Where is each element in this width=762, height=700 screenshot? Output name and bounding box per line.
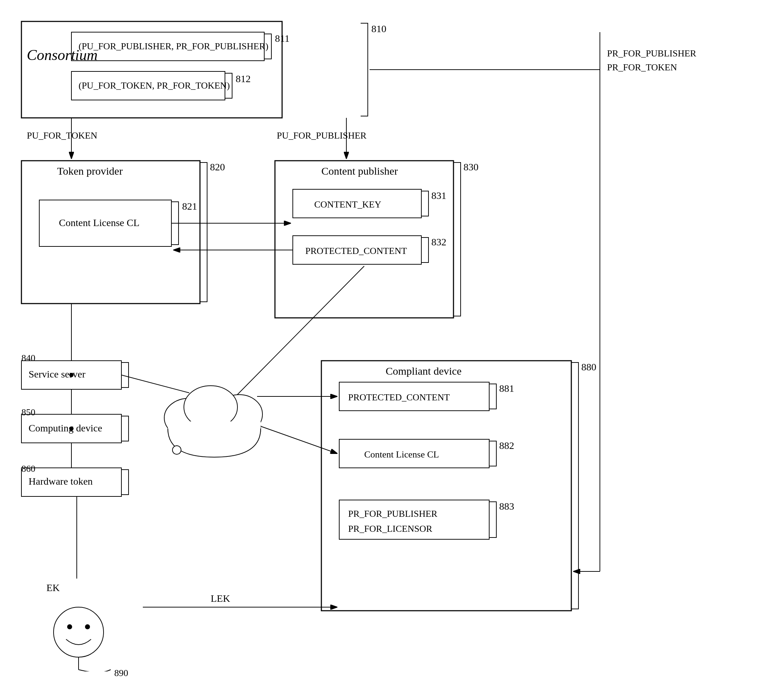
ref-830: 830 (464, 161, 478, 173)
protected-content-cp-label: PROTECTED_CONTENT (305, 246, 407, 256)
ref-881: 881 (499, 383, 514, 394)
ref-812: 812 (236, 73, 251, 84)
svg-point-43 (85, 624, 90, 629)
ref-811: 811 (275, 33, 290, 44)
protected-content-cd-label: PROTECTED_CONTENT (348, 392, 450, 403)
svg-point-41 (53, 607, 103, 657)
ref-832: 832 (431, 236, 447, 248)
inner-812-label: (PU_FOR_TOKEN, PR_FOR_TOKEN) (78, 80, 230, 91)
ek-label: EK (47, 582, 59, 594)
ref-890: 890 (114, 668, 128, 678)
ref-850: 850 (22, 407, 35, 418)
ref-883: 883 (499, 501, 514, 512)
content-license-tp-label: Content License CL (59, 217, 140, 228)
svg-point-42 (67, 624, 72, 629)
token-provider-label: Token provider (57, 165, 123, 177)
ref-840: 840 (22, 353, 35, 364)
ref-810: 810 (372, 23, 386, 34)
lek-label: LEK (211, 593, 230, 604)
ref-821: 821 (182, 201, 197, 212)
content-key-label: CONTENT_KEY (314, 199, 381, 210)
pr-labels: PR_FOR_PUBLISHER PR_FOR_TOKEN (607, 47, 696, 74)
hardware-token-label: Hardware token (28, 476, 93, 487)
diagram: 810 Consortium 811 (PU_FOR_PUBLISHER, PR… (0, 0, 762, 700)
content-license-cd-label: Content License CL (364, 449, 439, 460)
ref-882: 882 (499, 440, 514, 452)
svg-rect-3 (22, 161, 200, 303)
pu-for-token-label: PU_FOR_TOKEN (27, 130, 97, 141)
svg-rect-4 (275, 161, 453, 318)
pu-for-publisher-label: PU_FOR_PUBLISHER (277, 130, 366, 141)
ref-880: 880 (581, 361, 596, 373)
compliant-device-label: Compliant device (386, 365, 461, 377)
computing-device-label: Computing device (28, 422, 102, 434)
pr-publisher-licensor-label: PR_FOR_PUBLISHERPR_FOR_LICENSOR (348, 506, 437, 536)
content-publisher-label: Content publisher (322, 165, 398, 177)
inner-811-label: (PU_FOR_PUBLISHER, PR_FOR_PUBLISHER) (78, 41, 269, 52)
person-face (43, 600, 114, 672)
ref-860: 860 (22, 464, 35, 474)
arrows-svg (0, 0, 762, 700)
ref-831: 831 (431, 190, 447, 202)
service-server-label: Service server (28, 369, 85, 380)
svg-rect-2 (22, 22, 282, 118)
ref-820: 820 (210, 161, 225, 173)
internet-cloud (157, 372, 272, 472)
svg-point-40 (172, 446, 181, 454)
